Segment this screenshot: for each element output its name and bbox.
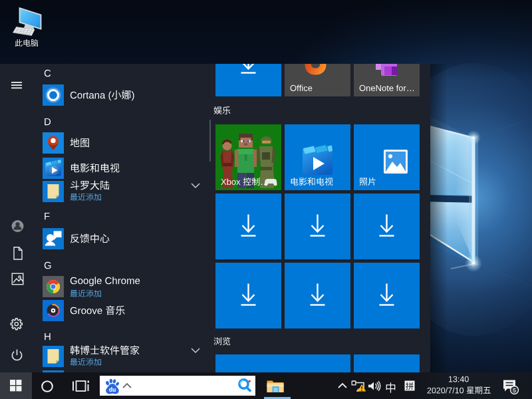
svg-text:du: du — [109, 386, 116, 393]
svg-text:5: 5 — [513, 387, 516, 394]
